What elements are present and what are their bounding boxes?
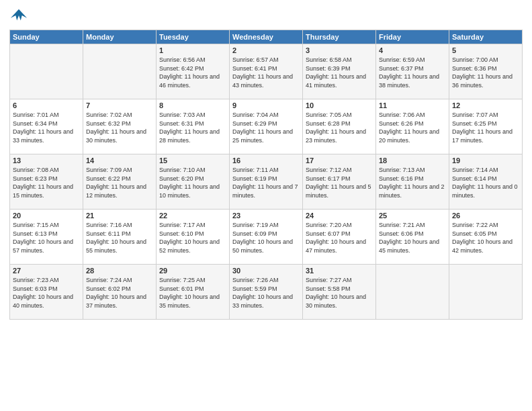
sunrise: Sunrise: 6:58 AM [306,56,352,63]
cell-content: Sunrise: 7:05 AMSunset: 6:28 PMDaylight:… [306,111,373,144]
day-number: 30 [232,267,300,275]
cell-content: Sunrise: 7:16 AMSunset: 6:11 PMDaylight:… [86,221,153,255]
daylight: Daylight: 10 hours and 37 minutes. [86,293,146,309]
day-number: 15 [159,156,226,165]
daylight: Daylight: 11 hours and 46 minutes. [159,73,220,89]
sunrise: Sunrise: 7:27 AM [306,277,352,283]
sunset: Sunset: 6:06 PM [379,230,424,237]
sunset: Sunset: 6:22 PM [86,175,131,182]
cell-content: Sunrise: 7:04 AMSunset: 6:29 PMDaylight:… [232,111,300,144]
sunrise: Sunrise: 7:21 AM [379,222,425,228]
daylight: Daylight: 10 hours and 47 minutes. [306,238,366,254]
calendar-cell: 25Sunrise: 7:21 AMSunset: 6:06 PMDayligh… [376,210,449,265]
week-row-0: 1Sunrise: 6:56 AMSunset: 6:42 PMDaylight… [10,44,523,99]
header-cell-monday: Monday [83,30,157,44]
calendar-cell: 27Sunrise: 7:23 AMSunset: 6:03 PMDayligh… [10,265,83,320]
sunrise: Sunrise: 7:25 AM [159,277,206,283]
day-number: 6 [13,101,80,109]
sunset: Sunset: 6:14 PM [452,175,497,182]
sunset: Sunset: 6:29 PM [232,120,277,127]
sunset: Sunset: 6:02 PM [86,285,131,292]
cell-content: Sunrise: 6:57 AMSunset: 6:41 PMDaylight:… [232,56,300,89]
cell-content: Sunrise: 7:10 AMSunset: 6:20 PMDaylight:… [159,166,226,199]
daylight: Daylight: 10 hours and 52 minutes. [159,238,220,254]
sunset: Sunset: 6:19 PM [232,175,277,182]
cell-content: Sunrise: 7:15 AMSunset: 6:13 PMDaylight:… [13,221,80,255]
calendar-cell: 6Sunrise: 7:01 AMSunset: 6:34 PMDaylight… [10,99,83,154]
sunset: Sunset: 6:34 PM [13,120,58,127]
sunset: Sunset: 5:59 PM [232,285,277,292]
header-row: SundayMondayTuesdayWednesdayThursdayFrid… [10,30,523,44]
sunrise: Sunrise: 7:05 AM [306,111,352,118]
day-number: 26 [452,212,519,220]
sunset: Sunset: 6:41 PM [232,65,277,72]
sunrise: Sunrise: 6:57 AM [232,56,279,63]
week-row-4: 27Sunrise: 7:23 AMSunset: 6:03 PMDayligh… [10,265,523,320]
sunrise: Sunrise: 6:56 AM [159,56,206,63]
sunset: Sunset: 6:03 PM [13,285,58,292]
cell-content: Sunrise: 7:01 AMSunset: 6:34 PMDaylight:… [13,111,80,144]
daylight: Daylight: 11 hours and 30 minutes. [86,128,146,144]
day-number: 11 [379,101,446,109]
sunset: Sunset: 6:32 PM [86,120,131,127]
sunrise: Sunrise: 7:26 AM [232,277,279,283]
calendar-cell: 18Sunrise: 7:13 AMSunset: 6:16 PMDayligh… [376,154,449,210]
day-number: 25 [379,212,446,220]
calendar-cell: 16Sunrise: 7:11 AMSunset: 6:19 PMDayligh… [230,154,303,210]
day-number: 1 [159,46,226,54]
sunrise: Sunrise: 7:15 AM [13,222,59,228]
cell-content: Sunrise: 7:24 AMSunset: 6:02 PMDaylight:… [86,276,153,310]
cell-content: Sunrise: 7:09 AMSunset: 6:22 PMDaylight:… [86,166,153,199]
day-number: 10 [306,101,373,109]
cell-content: Sunrise: 7:06 AMSunset: 6:26 PMDaylight:… [379,111,446,144]
logo-icon [9,7,28,26]
cell-content: Sunrise: 7:07 AMSunset: 6:25 PMDaylight:… [452,111,519,144]
daylight: Daylight: 10 hours and 33 minutes. [232,293,293,309]
calendar-cell: 31Sunrise: 7:27 AMSunset: 5:58 PMDayligh… [303,265,376,320]
header-cell-saturday: Saturday [449,30,523,44]
day-number: 3 [306,46,373,54]
cell-content: Sunrise: 7:19 AMSunset: 6:09 PMDaylight:… [232,221,300,255]
calendar-cell: 1Sunrise: 6:56 AMSunset: 6:42 PMDaylight… [157,44,230,99]
sunset: Sunset: 6:09 PM [232,230,277,237]
header-cell-friday: Friday [376,30,449,44]
sunrise: Sunrise: 7:23 AM [13,277,59,283]
daylight: Daylight: 11 hours and 36 minutes. [452,73,513,89]
calendar-cell: 19Sunrise: 7:14 AMSunset: 6:14 PMDayligh… [449,154,523,210]
cell-content: Sunrise: 6:58 AMSunset: 6:39 PMDaylight:… [306,56,373,89]
cell-content: Sunrise: 7:13 AMSunset: 6:16 PMDaylight:… [379,166,446,199]
calendar-cell [10,44,83,99]
calendar-cell: 5Sunrise: 7:00 AMSunset: 6:36 PMDaylight… [449,44,523,99]
cell-content: Sunrise: 7:08 AMSunset: 6:23 PMDaylight:… [13,166,80,199]
sunrise: Sunrise: 6:59 AM [379,56,425,63]
calendar-cell: 17Sunrise: 7:12 AMSunset: 6:17 PMDayligh… [303,154,376,210]
calendar-cell: 29Sunrise: 7:25 AMSunset: 6:01 PMDayligh… [157,265,230,320]
cell-content: Sunrise: 7:03 AMSunset: 6:31 PMDaylight:… [159,111,226,144]
sunrise: Sunrise: 7:02 AM [86,111,132,118]
cell-content: Sunrise: 7:14 AMSunset: 6:14 PMDaylight:… [452,166,519,199]
cell-content: Sunrise: 7:11 AMSunset: 6:19 PMDaylight:… [232,166,300,199]
calendar-cell: 9Sunrise: 7:04 AMSunset: 6:29 PMDaylight… [230,99,303,154]
cell-content: Sunrise: 7:17 AMSunset: 6:10 PMDaylight:… [159,221,226,255]
day-number: 31 [306,267,373,275]
sunrise: Sunrise: 7:04 AM [232,111,279,118]
sunset: Sunset: 6:10 PM [159,230,204,237]
cell-content: Sunrise: 7:02 AMSunset: 6:32 PMDaylight:… [86,111,153,144]
day-number: 7 [86,101,153,109]
sunrise: Sunrise: 7:22 AM [452,222,498,228]
sunset: Sunset: 6:37 PM [379,65,424,72]
sunrise: Sunrise: 7:00 AM [452,56,498,63]
sunrise: Sunrise: 7:13 AM [379,167,425,173]
day-number: 20 [13,212,80,220]
day-number: 18 [379,156,446,165]
sunrise: Sunrise: 7:17 AM [159,222,206,228]
calendar-cell: 14Sunrise: 7:09 AMSunset: 6:22 PMDayligh… [83,154,157,210]
sunrise: Sunrise: 7:06 AM [379,111,425,118]
daylight: Daylight: 10 hours and 50 minutes. [232,238,293,254]
header [9,7,523,26]
sunset: Sunset: 6:26 PM [379,120,424,127]
daylight: Daylight: 11 hours and 28 minutes. [159,128,220,144]
sunrise: Sunrise: 7:09 AM [86,167,132,173]
sunrise: Sunrise: 7:19 AM [232,222,279,228]
day-number: 17 [306,156,373,165]
